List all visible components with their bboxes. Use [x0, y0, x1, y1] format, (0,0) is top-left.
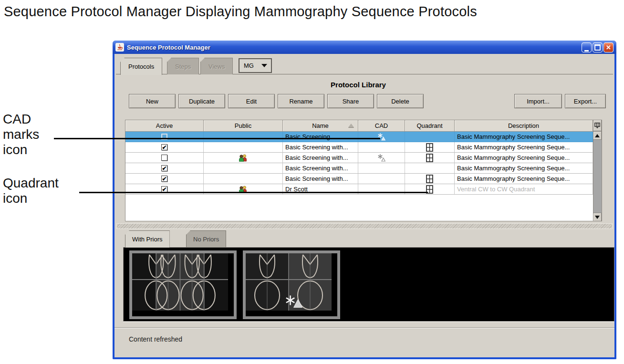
column-control-button[interactable] [593, 120, 602, 131]
table-cell [358, 163, 405, 174]
close-button[interactable]: ✕ [603, 42, 614, 52]
table-row[interactable]: ✔Basic Screening with...Basic Mammograph… [125, 163, 602, 174]
rename-button[interactable]: Rename [278, 94, 324, 108]
scroll-down-button[interactable] [593, 213, 602, 221]
window-content: Protocols Steps Views MG Protocol Librar… [114, 54, 614, 355]
protocol-description: Ventral CW to CW Quadrant [455, 184, 593, 195]
sequence-preview-panel [123, 247, 614, 322]
tab-views: Views [200, 58, 233, 74]
table-row[interactable]: Basic Screening with... Basic Mammograph… [125, 153, 602, 163]
table-cell [204, 132, 283, 142]
tab-protocols[interactable]: Protocols [120, 58, 162, 75]
splitter-handle[interactable] [116, 223, 613, 229]
protocol-description: Basic Mammography Screening Seque... [455, 153, 593, 163]
table-cell: ✔ [125, 163, 204, 174]
table-cell [358, 132, 405, 142]
minimize-icon [584, 50, 589, 52]
protocol-name: Basic Screening with... [283, 153, 358, 163]
protocol-description: Basic Mammography Screening Seque... [455, 163, 593, 174]
column-header-active[interactable]: Active [125, 120, 204, 132]
cad-marks-callout: CAD marks icon [3, 112, 39, 157]
duplicate-button[interactable]: Duplicate [178, 94, 225, 108]
active-checkbox[interactable]: ✔ [161, 144, 167, 150]
table-scrollbar [593, 120, 602, 221]
callout-line: Quadrant [3, 176, 59, 191]
export-button[interactable]: Export... [565, 94, 606, 108]
column-header-quadrant[interactable]: Quadrant [405, 120, 455, 132]
sequence-step-thumbnail-2[interactable] [243, 250, 340, 319]
arrow-down-icon [595, 216, 600, 219]
public-users-icon [239, 154, 248, 162]
table-cell [405, 163, 455, 174]
table-cell: ✔ [125, 142, 204, 153]
sequence-step-thumbnail-1[interactable] [129, 250, 237, 319]
quadrant-icon [426, 154, 433, 162]
table-header: Active Public Name CAD Quadrant Descript… [125, 120, 602, 132]
column-header-cad[interactable]: CAD [358, 120, 405, 132]
quadrant-icon [426, 143, 433, 152]
protocol-name: Basic Screening with... [283, 163, 358, 174]
table-cell [125, 132, 204, 142]
table-cell [204, 153, 283, 163]
window-title: Sequence Protocol Manager [127, 44, 581, 51]
maximize-icon [594, 44, 601, 51]
table-cell [405, 142, 455, 153]
column-header-description[interactable]: Description [455, 120, 593, 132]
minimize-button[interactable] [582, 42, 592, 52]
table-cell [405, 153, 455, 163]
java-app-icon [115, 43, 124, 52]
edit-button[interactable]: Edit [228, 94, 275, 108]
modality-select[interactable]: MG [239, 58, 272, 73]
column-header-name[interactable]: Name [283, 120, 358, 132]
status-text: Content refreshed [129, 335, 182, 343]
protocol-name: Basic Screening with... [283, 174, 358, 184]
active-checkbox[interactable] [161, 155, 167, 161]
table-cell [358, 153, 405, 163]
window-titlebar[interactable]: Sequence Protocol Manager ✕ [113, 41, 616, 54]
import-button[interactable]: Import... [514, 94, 562, 108]
table-cell [204, 142, 283, 153]
column-label: Description [508, 122, 539, 129]
column-header-public[interactable]: Public [204, 120, 283, 132]
column-label: Active [156, 122, 173, 129]
tab-no-priors[interactable]: No Priors [186, 230, 226, 248]
close-icon: ✕ [606, 44, 611, 51]
delete-button[interactable]: Delete [377, 94, 424, 108]
protocol-description: Basic Mammography Screening Seque... [455, 142, 593, 153]
active-checkbox[interactable]: ✔ [161, 165, 167, 171]
chevron-down-icon [261, 64, 267, 67]
scroll-up-button[interactable] [593, 131, 602, 140]
protocol-library-title: Protocol Library [114, 81, 602, 89]
quadrant-icon [426, 175, 433, 183]
share-button[interactable]: Share [327, 94, 374, 108]
table-row[interactable]: ✔Basic Screening with... Basic Mammograp… [125, 142, 602, 153]
quadrant-callout-pointer-line [79, 192, 428, 193]
callout-line: CAD [3, 112, 39, 127]
status-divider [114, 327, 614, 328]
protocol-description: Basic Mammography Screening Seque... [455, 132, 593, 142]
maximize-button[interactable] [593, 42, 603, 52]
table-columns-icon [594, 123, 600, 128]
table-cell [405, 174, 455, 184]
new-button[interactable]: New [129, 94, 176, 108]
scrollbar-track[interactable] [593, 140, 602, 213]
column-label: CAD [375, 122, 388, 129]
page-title: Sequence Protocol Manager Displaying Mam… [4, 4, 477, 20]
modality-value: MG [244, 62, 261, 69]
table-cell [204, 174, 283, 184]
callout-line: icon [3, 142, 39, 157]
table-row[interactable]: ✔Basic Screening with... Basic Mammograp… [125, 174, 602, 184]
cad-marks-icon [378, 154, 385, 162]
table-cell [358, 174, 405, 184]
page: Sequence Protocol Manager Displaying Mam… [0, 0, 624, 364]
tab-steps: Steps [167, 58, 199, 74]
tab-with-priors[interactable]: With Priors [125, 230, 170, 248]
active-checkbox[interactable]: ✔ [161, 176, 167, 182]
protocol-description: Basic Mammography Screening Seque... [455, 174, 593, 184]
callout-line: icon [3, 191, 59, 206]
protocol-table: Active Public Name CAD Quadrant Descript… [125, 120, 602, 221]
protocol-name: Basic Screening [283, 132, 358, 142]
table-row[interactable]: Basic Screening Basic Mammography Screen… [125, 132, 602, 142]
table-rows: Basic Screening Basic Mammography Screen… [125, 132, 602, 195]
column-label: Quadrant [416, 122, 442, 129]
